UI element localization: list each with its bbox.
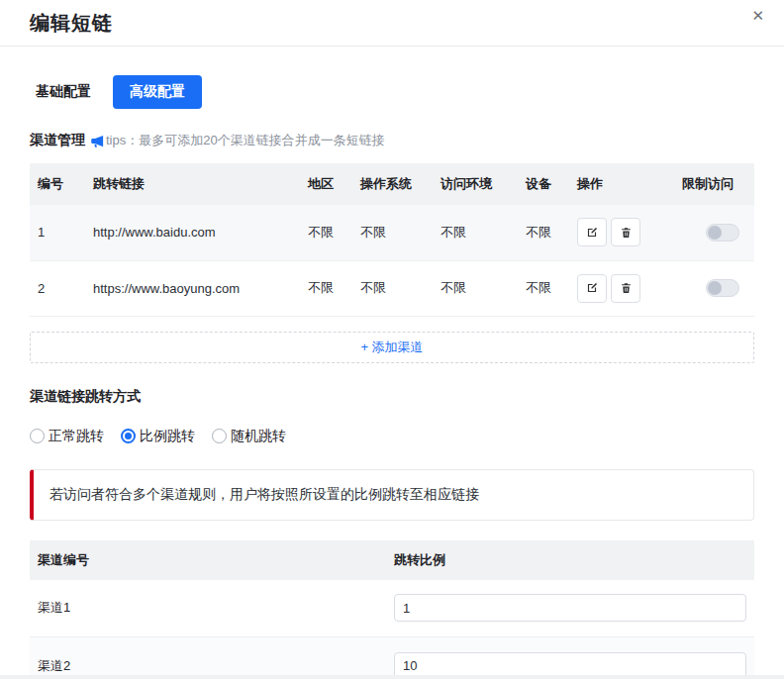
radio-normal-redirect[interactable]: 正常跳转: [30, 428, 104, 445]
row-number: 2: [30, 260, 85, 316]
table-row: 渠道1: [30, 580, 754, 637]
edit-icon: [585, 281, 599, 295]
table-row: 2 https://www.baoyung.com 不限 不限 不限 不限: [30, 260, 754, 316]
toggle-knob: [708, 226, 722, 240]
add-channel-button[interactable]: + 添加渠道: [30, 332, 754, 363]
radio-label: 正常跳转: [49, 428, 104, 445]
trash-icon: [620, 281, 633, 295]
channel-table-header-row: 编号 跳转链接 地区 操作系统 访问环境 设备 操作 限制访问: [30, 163, 754, 205]
close-icon[interactable]: ✕: [751, 6, 764, 26]
radio-icon[interactable]: [121, 429, 136, 443]
row-device: 不限: [518, 205, 569, 260]
clipped-footer-edge: [0, 675, 784, 679]
row-os: 不限: [352, 205, 433, 260]
radio-icon[interactable]: [212, 429, 227, 443]
row-url: http://www.baidu.com: [85, 205, 300, 260]
tab-advanced-config[interactable]: 高级配置: [113, 75, 202, 109]
channel-section-head: 渠道管理 tips：最多可添加20个渠道链接合并成一条短链接: [30, 132, 754, 149]
redirect-mode-options: 正常跳转 比例跳转 随机跳转: [30, 428, 754, 445]
radio-label: 随机跳转: [231, 428, 286, 445]
channel-management-label: 渠道管理: [30, 132, 85, 149]
row-region: 不限: [300, 260, 352, 316]
channel-name: 渠道1: [30, 580, 386, 637]
col-header-env: 访问环境: [433, 163, 518, 205]
edit-button[interactable]: [577, 218, 607, 246]
channel-tips-text: tips：最多可添加20个渠道链接合并成一条短链接: [106, 132, 385, 149]
edit-button[interactable]: [577, 274, 607, 303]
page-title: 编辑短链: [30, 10, 754, 37]
radio-ratio-redirect[interactable]: 比例跳转: [121, 428, 195, 445]
redirect-mode-label: 渠道链接跳转方式: [30, 388, 754, 406]
channel-name: 渠道2: [30, 637, 386, 679]
megaphone-icon: [90, 134, 105, 148]
col-header-url: 跳转链接: [85, 163, 300, 205]
channel-table: 编号 跳转链接 地区 操作系统 访问环境 设备 操作 限制访问 1 http:/…: [30, 163, 754, 317]
row-url: https://www.baoyung.com: [85, 260, 300, 316]
col-header-number: 编号: [30, 163, 85, 205]
col-header-os: 操作系统: [352, 163, 433, 205]
row-env: 不限: [433, 205, 518, 260]
col-header-device: 设备: [518, 163, 569, 205]
col-header-redirect-ratio: 跳转比例: [386, 540, 754, 580]
radio-icon[interactable]: [30, 429, 45, 443]
alert-text: 若访问者符合多个渠道规则，用户将按照所设置的比例跳转至相应链接: [49, 486, 479, 502]
restrict-access-toggle[interactable]: [706, 224, 739, 242]
row-region: 不限: [300, 205, 352, 260]
radio-random-redirect[interactable]: 随机跳转: [212, 428, 286, 445]
ratio-redirect-alert: 若访问者符合多个渠道规则，用户将按照所设置的比例跳转至相应链接: [30, 469, 754, 521]
row-env: 不限: [433, 260, 518, 316]
ratio-table: 渠道编号 跳转比例 渠道1 渠道2: [30, 540, 754, 679]
row-number: 1: [30, 205, 85, 260]
dialog-header: 编辑短链 ✕: [0, 0, 784, 47]
toggle-knob: [708, 281, 722, 295]
table-row: 1 http://www.baidu.com 不限 不限 不限 不限: [30, 205, 754, 260]
tab-bar: 基础配置 高级配置: [30, 75, 754, 109]
row-os: 不限: [352, 260, 433, 316]
table-row: 渠道2: [30, 637, 754, 679]
radio-label: 比例跳转: [140, 428, 195, 445]
tab-basic-config[interactable]: 基础配置: [30, 75, 97, 109]
row-device: 不限: [518, 260, 569, 316]
restrict-access-toggle[interactable]: [706, 279, 739, 297]
col-header-channel-number: 渠道编号: [30, 540, 386, 580]
col-header-actions: 操作: [569, 163, 674, 205]
ratio-input-channel1[interactable]: [394, 594, 746, 622]
dialog-body: 基础配置 高级配置 渠道管理 tips：最多可添加20个渠道链接合并成一条短链接…: [0, 75, 784, 679]
edit-icon: [585, 226, 599, 240]
trash-icon: [620, 226, 633, 240]
delete-button[interactable]: [611, 274, 640, 303]
col-header-restrict: 限制访问: [674, 163, 754, 205]
ratio-table-header-row: 渠道编号 跳转比例: [30, 540, 754, 580]
col-header-region: 地区: [300, 163, 352, 205]
delete-button[interactable]: [611, 218, 640, 246]
